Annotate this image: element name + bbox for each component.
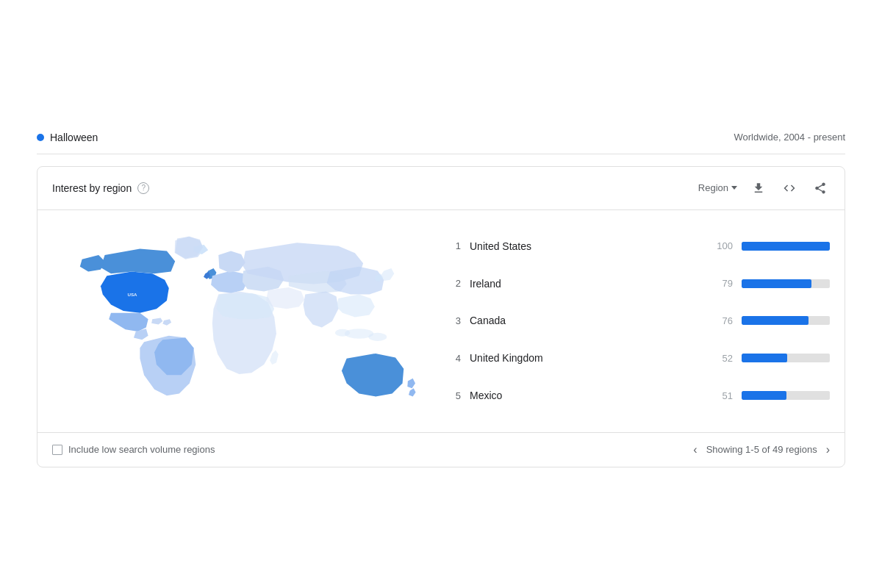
- score: 52: [711, 353, 733, 364]
- map-svg: USA: [52, 222, 434, 420]
- bar-fill: [742, 354, 787, 362]
- world-map: USA: [52, 222, 434, 420]
- card-body: USA 1 United States 100 2 Ireland 79 3 C…: [37, 210, 845, 432]
- checkbox-text: Include low search volume regions: [68, 444, 215, 455]
- share-button[interactable]: [811, 179, 830, 198]
- bar-fill: [742, 391, 786, 400]
- country-name: United States: [470, 240, 702, 252]
- header-left: Halloween: [37, 132, 98, 143]
- data-row: 3 Canada 76: [449, 310, 830, 331]
- card-header-left: Interest by region ?: [52, 182, 149, 194]
- card-header: Interest by region ? Region: [37, 167, 845, 210]
- pagination-label: Showing 1-5 of 49 regions: [706, 444, 817, 455]
- region-dropdown[interactable]: Region: [698, 182, 737, 193]
- bar-fill: [742, 279, 811, 288]
- rank: 1: [449, 240, 461, 251]
- search-term: Halloween: [50, 132, 98, 143]
- bar-container: [742, 391, 830, 400]
- download-button[interactable]: [749, 179, 768, 198]
- svg-point-2: [368, 332, 387, 340]
- scope-label: Worldwide, 2004 - present: [734, 132, 845, 143]
- country-name: United Kingdom: [470, 352, 702, 364]
- svg-point-3: [335, 329, 350, 336]
- bar-container: [742, 316, 830, 325]
- score: 100: [711, 240, 733, 251]
- bar-container: [742, 242, 830, 251]
- next-page-button[interactable]: ›: [826, 443, 830, 456]
- region-label: Region: [698, 182, 728, 193]
- country-name: Mexico: [470, 390, 702, 401]
- score: 51: [711, 390, 733, 401]
- score: 79: [711, 278, 733, 289]
- card-footer: Include low search volume regions ‹ Show…: [37, 432, 845, 467]
- data-row: 5 Mexico 51: [449, 385, 830, 406]
- rankings-list: 1 United States 100 2 Ireland 79 3 Canad…: [449, 222, 830, 420]
- bar-container: [742, 354, 830, 362]
- data-row: 1 United States 100: [449, 236, 830, 257]
- bar-fill: [742, 316, 808, 325]
- data-row: 2 Ireland 79: [449, 273, 830, 294]
- term-dot: [37, 134, 44, 141]
- country-name: Canada: [470, 315, 702, 326]
- header-bar: Halloween Worldwide, 2004 - present: [37, 121, 845, 154]
- prev-page-button[interactable]: ‹: [693, 443, 697, 456]
- card-title: Interest by region: [52, 182, 132, 194]
- help-icon[interactable]: ?: [137, 182, 149, 194]
- rank: 3: [449, 315, 461, 326]
- svg-text:USA: USA: [128, 292, 138, 297]
- bar-container: [742, 279, 830, 288]
- bar-fill: [742, 242, 830, 251]
- pagination: ‹ Showing 1-5 of 49 regions ›: [693, 443, 830, 456]
- embed-button[interactable]: [780, 179, 799, 198]
- score: 76: [711, 315, 733, 326]
- rank: 4: [449, 353, 461, 364]
- data-row: 4 United Kingdom 52: [449, 348, 830, 368]
- rank: 5: [449, 390, 461, 401]
- country-name: Ireland: [470, 278, 702, 290]
- chevron-down-icon: [731, 186, 737, 190]
- card-header-right: Region: [698, 179, 830, 198]
- rank: 2: [449, 278, 461, 289]
- low-volume-checkbox-label[interactable]: Include low search volume regions: [52, 444, 215, 455]
- low-volume-checkbox[interactable]: [52, 445, 62, 455]
- interest-by-region-card: Interest by region ? Region: [37, 166, 845, 467]
